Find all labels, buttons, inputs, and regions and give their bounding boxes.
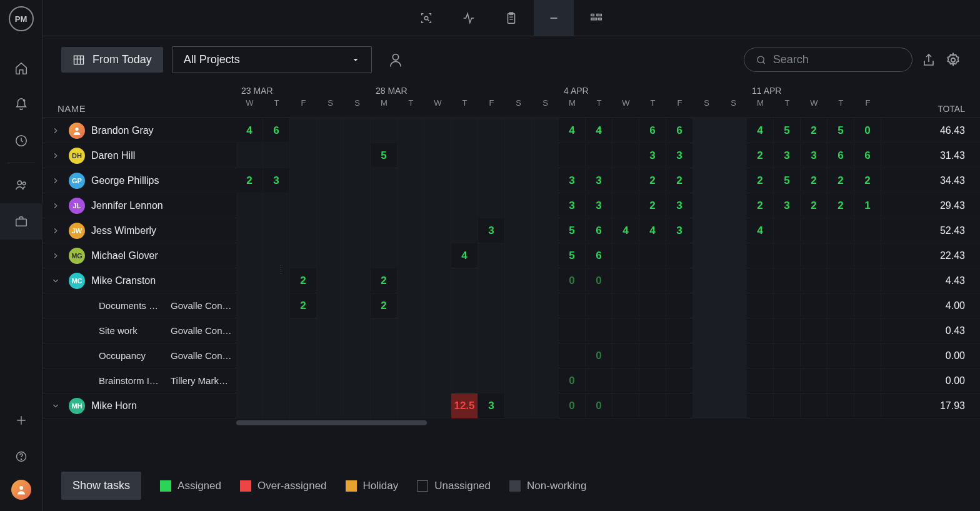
workload-cell[interactable] (854, 268, 881, 293)
workload-cell[interactable] (854, 243, 881, 268)
workload-cell[interactable]: 0 (559, 368, 586, 393)
workload-cell[interactable] (344, 168, 371, 193)
workload-cell[interactable] (532, 118, 559, 143)
workload-cell[interactable] (639, 368, 666, 393)
workload-cell[interactable] (344, 393, 371, 418)
people-icon[interactable] (0, 167, 42, 203)
person-row[interactable]: GPGeorge Phillips2333222522234.43 (42, 168, 980, 193)
workload-cell[interactable] (720, 293, 747, 318)
flow-icon[interactable] (576, 0, 616, 36)
workload-cell[interactable] (344, 343, 371, 368)
task-row[interactable]: OccupancyGovalle Con…00.00 (42, 343, 980, 368)
workload-cell[interactable] (478, 318, 505, 343)
workload-cell[interactable] (290, 143, 317, 168)
workload-cell[interactable] (720, 168, 747, 193)
workload-cell[interactable]: 2 (236, 168, 263, 193)
workload-cell[interactable] (854, 368, 881, 393)
workload-cell[interactable]: 3 (478, 218, 505, 243)
workload-cell[interactable] (532, 193, 559, 218)
workload-cell[interactable] (505, 293, 532, 318)
workload-cell[interactable]: 2 (801, 168, 828, 193)
workload-cell[interactable] (317, 143, 344, 168)
workload-cell[interactable]: 0 (586, 343, 612, 368)
workload-cell[interactable] (236, 318, 263, 343)
workload-cell[interactable] (398, 293, 424, 318)
workload-cell[interactable]: 0 (854, 118, 881, 143)
workload-cell[interactable] (424, 368, 451, 393)
workload-cell[interactable] (559, 143, 586, 168)
workload-cell[interactable] (317, 393, 344, 418)
workload-cell[interactable] (263, 243, 290, 268)
workload-cell[interactable] (586, 143, 612, 168)
workload-cell[interactable] (505, 143, 532, 168)
chevron-right-icon[interactable] (51, 151, 62, 160)
workload-cell[interactable] (398, 368, 424, 393)
workload-cell[interactable] (398, 243, 424, 268)
workload-cell[interactable]: 5 (828, 118, 854, 143)
workload-cell[interactable] (747, 268, 774, 293)
workload-cell[interactable] (666, 343, 693, 368)
workload-cell[interactable] (505, 218, 532, 243)
workload-cell[interactable]: 3 (666, 143, 693, 168)
workload-cell[interactable] (505, 193, 532, 218)
workload-cell[interactable]: 2 (290, 293, 317, 318)
workload-cell[interactable] (532, 343, 559, 368)
workload-cell[interactable] (236, 218, 263, 243)
workload-cell[interactable] (424, 268, 451, 293)
workload-cell[interactable] (290, 393, 317, 418)
workload-cell[interactable]: 3 (263, 168, 290, 193)
workload-cell[interactable] (612, 168, 639, 193)
workload-cell[interactable] (612, 143, 639, 168)
workload-cell[interactable] (532, 218, 559, 243)
chevron-right-icon[interactable] (51, 126, 62, 135)
workload-cell[interactable] (720, 368, 747, 393)
workload-cell[interactable] (828, 268, 854, 293)
workload-cell[interactable] (398, 343, 424, 368)
search-input[interactable] (773, 53, 901, 66)
workload-cell[interactable] (801, 343, 828, 368)
workload-cell[interactable] (747, 243, 774, 268)
workload-cell[interactable]: 5 (774, 118, 801, 143)
workload-cell[interactable] (317, 318, 344, 343)
workload-cell[interactable] (693, 393, 720, 418)
workload-cell[interactable]: 2 (371, 268, 398, 293)
person-row[interactable]: MGMichael Glover45622.43 (42, 243, 980, 268)
workload-cell[interactable] (505, 118, 532, 143)
workload-cell[interactable]: 4 (747, 218, 774, 243)
workload-cell[interactable]: 2 (639, 168, 666, 193)
workload-cell[interactable] (532, 318, 559, 343)
workload-cell[interactable] (693, 243, 720, 268)
workload-cell[interactable]: 1 (854, 193, 881, 218)
workload-cell[interactable] (586, 318, 612, 343)
workload-cell[interactable] (720, 268, 747, 293)
workload-cell[interactable] (828, 393, 854, 418)
workload-cell[interactable] (693, 293, 720, 318)
workload-cell[interactable]: 2 (666, 168, 693, 193)
workload-cell[interactable] (720, 218, 747, 243)
workload-cell[interactable] (317, 243, 344, 268)
help-icon[interactable] (0, 438, 42, 475)
workload-cell[interactable] (478, 143, 505, 168)
workload-cell[interactable] (424, 193, 451, 218)
workload-cell[interactable]: 4 (451, 243, 478, 268)
workload-cell[interactable] (236, 193, 263, 218)
workload-cell[interactable] (451, 368, 478, 393)
workload-cell[interactable] (666, 318, 693, 343)
workload-cell[interactable]: 2 (828, 193, 854, 218)
workload-cell[interactable] (344, 268, 371, 293)
workload-cell[interactable]: 6 (854, 143, 881, 168)
workload-cell[interactable] (586, 293, 612, 318)
workload-cell[interactable] (854, 343, 881, 368)
workload-cell[interactable] (720, 118, 747, 143)
workload-cell[interactable] (263, 143, 290, 168)
workload-cell[interactable] (854, 318, 881, 343)
workload-cell[interactable] (451, 168, 478, 193)
chevron-down-icon[interactable] (51, 276, 62, 285)
workload-cell[interactable] (290, 193, 317, 218)
workload-cell[interactable] (774, 368, 801, 393)
search-input-wrapper[interactable] (744, 48, 912, 72)
workload-cell[interactable]: 4 (559, 118, 586, 143)
workload-cell[interactable]: 5 (774, 168, 801, 193)
workload-cell[interactable] (371, 218, 398, 243)
show-tasks-button[interactable]: Show tasks (61, 472, 141, 500)
